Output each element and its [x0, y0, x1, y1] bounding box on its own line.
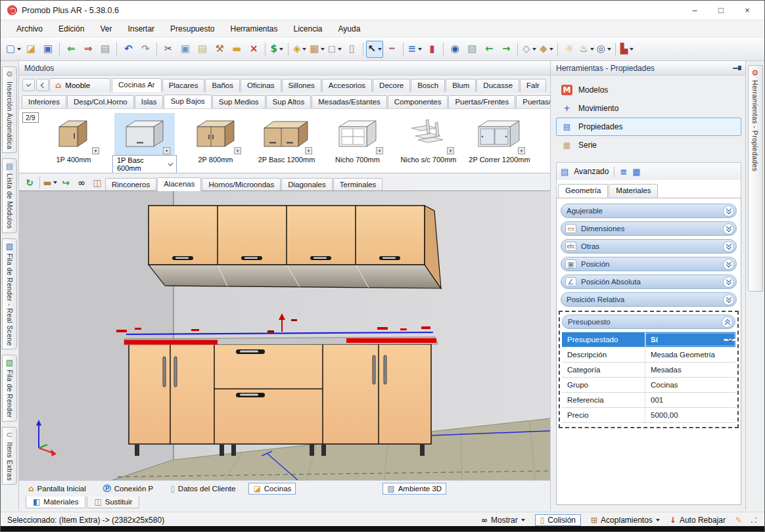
- catalog-tab[interactable]: Accesorios: [322, 79, 372, 92]
- dropdown-button[interactable]: [724, 339, 735, 341]
- list-view-icon[interactable]: ≡: [620, 167, 627, 177]
- tab-datos-del-cliente[interactable]: ▯Datos del Cliente: [166, 483, 239, 494]
- catalog-tab[interactable]: Decore: [373, 79, 410, 92]
- table-view-icon[interactable]: ▦: [632, 167, 640, 177]
- catalog-tab[interactable]: Sillones: [282, 79, 321, 92]
- field-value[interactable]: Mesadas: [645, 363, 735, 377]
- menu-item[interactable]: Edición: [51, 22, 92, 36]
- tab-materiales[interactable]: ◧Materiales: [26, 497, 85, 508]
- module-options-badge[interactable]: ▾: [163, 147, 170, 154]
- expand-group-button[interactable]: [723, 206, 734, 217]
- home-catalog-tab[interactable]: ⌂ Mooble: [49, 78, 110, 92]
- upper-cabinets[interactable]: [149, 206, 441, 288]
- minimize-button[interactable]: –: [682, 2, 708, 19]
- category-tab[interactable]: Sup Bajos: [164, 95, 211, 108]
- separator[interactable]: [400, 41, 406, 58]
- subcategory-tab[interactable]: Hornos/Microondas: [202, 178, 281, 191]
- tab-cocinas[interactable]: ◪Cocinas: [248, 483, 296, 495]
- solid-view-button[interactable]: ◆: [538, 41, 555, 58]
- module-item[interactable]: ▾ Nicho s/c 700mm: [396, 113, 461, 164]
- module-options-badge[interactable]: ▾: [305, 147, 312, 154]
- sidebar-tab-insercion-automatica[interactable]: ⚙Inserción Automática: [2, 66, 17, 153]
- menu-item[interactable]: Ver: [92, 22, 120, 36]
- category-tab[interactable]: Mesadas/Estantes: [312, 95, 387, 108]
- measure-button[interactable]: ┅: [383, 41, 400, 58]
- group-dimensiones[interactable]: ▭Dimensiones: [561, 221, 737, 236]
- tab-ambiente-3d[interactable]: ▧Ambiente 3D: [382, 483, 446, 495]
- menu-item[interactable]: Ayuda: [331, 22, 369, 36]
- menu-item[interactable]: Licencia: [286, 22, 331, 36]
- field-value[interactable]: Mesada Geometria: [645, 347, 735, 362]
- catalog-tab[interactable]: Blum: [446, 79, 476, 92]
- field-value[interactable]: Sí: [645, 332, 735, 347]
- layers-button[interactable]: ≡: [406, 41, 423, 58]
- property-tab[interactable]: Geometría: [558, 184, 608, 198]
- group-otras[interactable]: etcOtras: [561, 239, 737, 254]
- field-value[interactable]: 5000,00: [645, 408, 735, 422]
- menu-item[interactable]: Archivo: [9, 22, 51, 36]
- tab-pantalla-inicial[interactable]: ⌂Pantalla Inicial: [24, 483, 90, 494]
- select-cursor-button[interactable]: ↖: [366, 41, 383, 58]
- subcategory-tab[interactable]: Terminales: [333, 178, 383, 191]
- module-item[interactable]: ▾ Nicho 700mm: [325, 113, 390, 164]
- import-module-icon[interactable]: ↪: [58, 175, 74, 190]
- substitute-module-icon[interactable]: ◫: [89, 175, 105, 190]
- sidebar-tab-itens-extras[interactable]: ⊂Itens Extras: [2, 427, 17, 485]
- tab-sustituir[interactable]: ◫Sustituir: [87, 497, 139, 508]
- close-button[interactable]: ×: [734, 2, 760, 19]
- lighting-button[interactable]: ☼: [561, 41, 578, 58]
- copy-button[interactable]: ▣: [177, 41, 194, 58]
- separator[interactable]: [613, 41, 618, 58]
- module-options-badge[interactable]: ▾: [234, 147, 241, 154]
- separator[interactable]: [360, 41, 366, 58]
- catalog-tab[interactable]: Placares: [162, 79, 205, 92]
- category-tab[interactable]: Componentes: [388, 95, 448, 108]
- property-tab[interactable]: Materiales: [609, 184, 658, 198]
- snapshot-button[interactable]: ◎: [595, 41, 613, 58]
- base-cabinet[interactable]: [129, 344, 431, 456]
- visibility-button[interactable]: ◉: [446, 41, 463, 58]
- separator[interactable]: [154, 41, 160, 58]
- module-options-badge[interactable]: ▾: [447, 147, 454, 154]
- 3d-viewport[interactable]: [19, 190, 550, 480]
- module-item[interactable]: ▾ 2P Correr 1200mm: [467, 113, 532, 164]
- group-posicion[interactable]: ▣Posición: [561, 257, 737, 271]
- category-tab[interactable]: Sup Altos: [266, 95, 312, 108]
- delete-button[interactable]: ×: [245, 41, 262, 58]
- open-project-button[interactable]: ◪: [22, 41, 39, 58]
- expand-group-button[interactable]: [723, 259, 734, 270]
- separator[interactable]: [57, 41, 62, 58]
- pin-icon[interactable]: [733, 65, 741, 71]
- budget-button[interactable]: $: [268, 41, 285, 58]
- catalog-tab[interactable]: Oficinas: [241, 79, 281, 92]
- nav-modelos[interactable]: MModelos: [556, 81, 741, 99]
- nav-movimiento[interactable]: +Movimiento: [556, 99, 741, 118]
- nav-propiedades[interactable]: ▤Propiedades: [556, 118, 741, 136]
- module-item[interactable]: ▾ 2P 800mm: [183, 113, 248, 164]
- redo-button[interactable]: ↷: [137, 41, 154, 58]
- expand-group-button[interactable]: [723, 277, 734, 288]
- category-tab[interactable]: Inferiores: [22, 95, 66, 108]
- expand-group-button[interactable]: [723, 223, 734, 234]
- maximize-button[interactable]: □: [708, 2, 734, 19]
- insert-door-button[interactable]: ▯: [343, 41, 360, 58]
- insert-render-module-icon[interactable]: ↻: [22, 175, 37, 190]
- category-tab[interactable]: Puertas/Frentes: [448, 95, 515, 108]
- expand-group-button[interactable]: [723, 241, 734, 252]
- subcategory-tab[interactable]: Alacenas: [157, 177, 201, 191]
- module-item[interactable]: ▾ 1P 400mm: [41, 113, 106, 164]
- opening-dimension-button[interactable]: ▮: [423, 41, 440, 58]
- line-style-icon[interactable]: ▬: [42, 175, 58, 190]
- search-binoculars-icon[interactable]: ∞: [74, 175, 89, 190]
- separator[interactable]: [262, 41, 268, 58]
- catalog-back-button[interactable]: [36, 79, 49, 91]
- menu-item[interactable]: Herramientas: [222, 22, 285, 36]
- export-button[interactable]: ⇒: [80, 41, 97, 58]
- module-item[interactable]: ▾ 2P Basc 1200mm: [254, 113, 319, 164]
- sidebar-tab-fila-de-render-real-scene[interactable]: ▧Fila de Render - Real Scene: [2, 238, 17, 350]
- catalog-tab[interactable]: Ducasse: [476, 79, 519, 92]
- cut-button[interactable]: ✂: [160, 41, 177, 58]
- color-scheme-button[interactable]: ▙: [618, 41, 636, 58]
- field-value[interactable]: 001: [645, 393, 735, 407]
- new-project-button[interactable]: ▢: [5, 41, 22, 58]
